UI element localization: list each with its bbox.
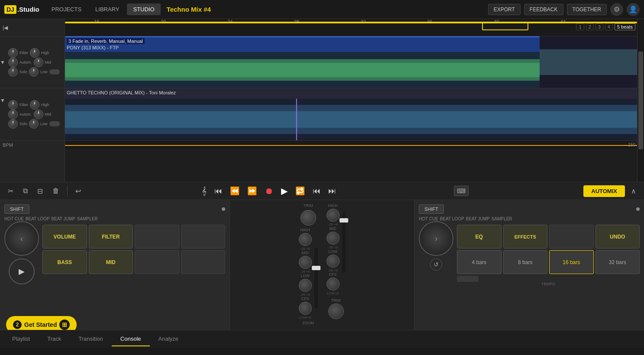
right-sampler[interactable]: SAMPLER	[492, 216, 512, 221]
together-button[interactable]: TOGETHER	[567, 4, 607, 15]
copy-tool[interactable]: ⧉	[19, 185, 31, 197]
collapse-button[interactable]: ∧	[628, 185, 640, 197]
track1-autom-knob[interactable]	[8, 58, 18, 67]
paste-tool[interactable]: ⊟	[34, 185, 46, 197]
track2-low-knob[interactable]	[29, 119, 39, 129]
scissor-tool[interactable]: ✂	[4, 185, 17, 197]
beat-ind-3[interactable]: 3	[595, 23, 603, 30]
beat-ind-2[interactable]: 2	[586, 23, 594, 30]
automix-button[interactable]: AUTOMIX	[583, 185, 625, 197]
beat-ind-1[interactable]: 1	[576, 23, 584, 30]
left-channel-fader[interactable]	[314, 248, 318, 308]
transport-skip-back[interactable]: ⏪	[227, 184, 242, 197]
right-high-knob[interactable]	[327, 209, 340, 222]
transport-play[interactable]: ▶	[278, 184, 290, 198]
left-mid-knob[interactable]	[299, 256, 312, 269]
transport-next-track[interactable]: ⏭	[326, 185, 339, 197]
track1-high-knob[interactable]	[30, 48, 39, 58]
track1-solo-knob[interactable]	[8, 67, 18, 77]
tab-analyze[interactable]: Analyze	[150, 332, 187, 346]
transport-prev-track[interactable]: ⏮	[310, 185, 323, 197]
right-jog-wheel[interactable]: ›	[419, 221, 453, 256]
left-pad-7[interactable]	[135, 250, 179, 274]
transport-metronome[interactable]: 𝄞	[199, 185, 209, 197]
left-play-button[interactable]: ▶	[9, 258, 35, 284]
timeline-area[interactable]: 16 20 24 28 32 36 40 44 1 2 3 4 5 beats	[65, 19, 644, 182]
transport-rewind[interactable]: ⏮	[212, 185, 225, 197]
track2-autom-knob[interactable]	[8, 110, 18, 119]
left-pad-3[interactable]	[135, 225, 179, 248]
left-jog-wheel[interactable]: ‹	[4, 221, 39, 256]
left-pad-volume[interactable]: VOLUME	[42, 225, 87, 248]
track2-clip[interactable]: GHETTO TECHNO (ORIGINAL MIX) - Toni Mora…	[65, 88, 644, 140]
left-sampler[interactable]: SAMPLER	[77, 216, 98, 221]
track1-area[interactable]: 3 Fade in, Reverb, Manual, Manual PONY (…	[65, 36, 644, 88]
delete-tool[interactable]: 🗑	[49, 185, 63, 197]
right-cfx-knob[interactable]	[327, 278, 340, 290]
right-pad-eq[interactable]: EQ	[457, 225, 502, 248]
left-beat-loop[interactable]: BEAT LOOP	[26, 216, 50, 221]
left-hot-cue[interactable]: HOT CUE	[4, 216, 24, 221]
left-pad-bass[interactable]: BASS	[42, 250, 87, 274]
right-hot-cue[interactable]: HOT CUE	[419, 216, 438, 221]
left-pad-4[interactable]	[181, 225, 226, 248]
nav-projects[interactable]: PROJECTS	[45, 3, 87, 15]
transport-skip-forward[interactable]: ⏩	[245, 184, 259, 197]
track2-toggle[interactable]	[49, 121, 60, 126]
right-tempo-fader[interactable]	[457, 276, 479, 282]
left-shift-button[interactable]: SHIFT	[4, 204, 29, 214]
undo-tool[interactable]: ↩	[72, 185, 84, 197]
right-loop-button[interactable]: ↺	[430, 258, 442, 271]
left-cfx-knob[interactable]	[299, 302, 312, 315]
track2-mid-knob[interactable]	[34, 110, 43, 119]
right-pad-3[interactable]	[549, 225, 594, 248]
timeline-scrollbar[interactable]	[637, 19, 644, 182]
right-32bars[interactable]: 32 bars	[595, 250, 640, 274]
right-low-knob[interactable]	[327, 255, 340, 268]
right-pad-effects[interactable]: EFFECTS	[503, 225, 548, 248]
track2-expand-arrow[interactable]: ▼	[0, 97, 5, 103]
right-8bars[interactable]: 8 bars	[503, 250, 548, 274]
right-trim-knob[interactable]	[328, 303, 344, 319]
export-button[interactable]: EXPORT	[488, 4, 521, 15]
right-fader-thumb[interactable]	[340, 218, 348, 223]
user-avatar[interactable]: 👤	[627, 3, 640, 16]
timeline-selection-box[interactable]	[482, 23, 528, 30]
right-shift-button[interactable]: SHIFT	[419, 204, 444, 214]
track1-clip-blue[interactable]: 3 Fade in, Reverb, Manual, Manual PONY (…	[65, 36, 540, 88]
right-channel-fader[interactable]	[342, 212, 346, 273]
left-trim-knob[interactable]	[301, 210, 316, 226]
keyboard-shortcut-icon[interactable]: ⌨	[454, 186, 469, 196]
track1-filter-knob[interactable]	[8, 48, 18, 58]
track1-low-knob[interactable]	[29, 67, 39, 77]
track1-toggle[interactable]	[49, 69, 60, 74]
left-beat-jump[interactable]: BEAT JUMP	[52, 216, 75, 221]
left-fader-thumb[interactable]	[312, 266, 320, 270]
track1-clip-right[interactable]	[540, 36, 644, 88]
tab-console[interactable]: Console	[112, 332, 150, 346]
nav-library[interactable]: LIBRARY	[89, 3, 125, 15]
transport-record[interactable]: ⏺	[262, 184, 276, 198]
right-pad-undo[interactable]: UNDO	[595, 225, 640, 248]
track1-mid-knob[interactable]	[34, 58, 43, 67]
left-pad-8[interactable]	[181, 250, 226, 274]
timeline-pin-icon[interactable]: |◀	[3, 25, 8, 31]
track2-area[interactable]: GHETTO TECHNO (ORIGINAL MIX) - Toni Mora…	[65, 88, 644, 140]
track2-filter-knob[interactable]	[8, 100, 18, 110]
left-pad-filter[interactable]: FILTER	[89, 225, 133, 248]
left-low-knob[interactable]	[299, 279, 312, 292]
track2-solo-knob[interactable]	[8, 119, 18, 129]
timeline-progress-bar[interactable]	[65, 22, 637, 23]
right-beat-loop[interactable]: BEAT LOOP	[440, 216, 464, 221]
beat-ind-4[interactable]: 4	[605, 23, 613, 30]
right-4bars[interactable]: 4 bars	[457, 250, 502, 274]
nav-studio[interactable]: STUDIO	[127, 3, 160, 15]
right-16bars[interactable]: 16 bars	[549, 250, 594, 274]
right-mid-knob[interactable]	[327, 232, 340, 245]
scrollbar-thumb[interactable]	[638, 52, 643, 149]
left-pad-mid[interactable]: MID	[89, 250, 133, 274]
beat-ind-5[interactable]: 5 beats	[615, 23, 635, 30]
tab-playlist[interactable]: Playlist	[3, 332, 39, 346]
transport-loop[interactable]: 🔁	[293, 184, 307, 197]
feedback-button[interactable]: FEEDBACK	[524, 4, 563, 15]
